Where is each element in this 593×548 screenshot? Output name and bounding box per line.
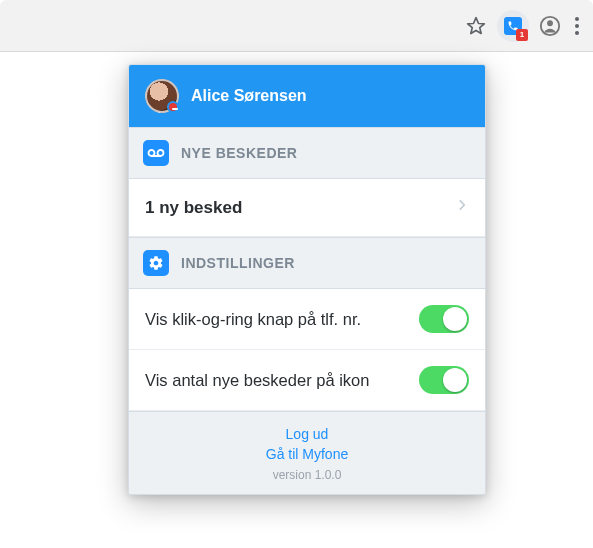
bookmark-star-icon[interactable] [465, 15, 487, 37]
setting-row-badge-count: Vis antal nye beskeder på ikon [129, 350, 485, 411]
messages-count-label: 1 ny besked [145, 198, 242, 218]
section-header-settings: INDSTILLINGER [129, 237, 485, 289]
browser-toolbar: 1 [0, 0, 593, 52]
presence-dnd-icon [167, 101, 179, 113]
toggle-click-to-call[interactable] [419, 305, 469, 333]
voicemail-icon [143, 140, 169, 166]
section-title-messages: NYE BESKEDER [181, 145, 297, 161]
setting-label: Vis antal nye beskeder på ikon [145, 371, 369, 390]
user-avatar [145, 79, 179, 113]
extension-icon[interactable]: 1 [497, 10, 529, 42]
section-header-messages: NYE BESKEDER [129, 127, 485, 179]
version-label: version 1.0.0 [129, 468, 485, 482]
extension-badge: 1 [516, 29, 528, 41]
chevron-right-icon [455, 195, 469, 220]
kebab-menu-icon[interactable] [571, 17, 583, 35]
toggle-knob [443, 368, 467, 392]
popup-footer: Log ud Gå til Myfone version 1.0.0 [129, 411, 485, 494]
popup-header: Alice Sørensen [129, 65, 485, 127]
extension-popup: Alice Sørensen NYE BESKEDER 1 ny besked [128, 64, 486, 495]
toggle-badge-count[interactable] [419, 366, 469, 394]
svg-marker-0 [468, 17, 485, 33]
setting-row-click-to-call: Vis klik-og-ring knap på tlf. nr. [129, 289, 485, 350]
toggle-knob [443, 307, 467, 331]
viewport: 1 Alice Sørensen [0, 0, 593, 548]
profile-avatar-icon[interactable] [539, 15, 561, 37]
messages-row[interactable]: 1 ny besked [129, 179, 485, 237]
svg-point-2 [547, 20, 553, 26]
gear-icon [143, 250, 169, 276]
user-name: Alice Sørensen [191, 87, 307, 105]
setting-label: Vis klik-og-ring knap på tlf. nr. [145, 310, 361, 329]
section-title-settings: INDSTILLINGER [181, 255, 295, 271]
goto-myfone-link[interactable]: Gå til Myfone [129, 446, 485, 462]
logout-link[interactable]: Log ud [129, 426, 485, 442]
